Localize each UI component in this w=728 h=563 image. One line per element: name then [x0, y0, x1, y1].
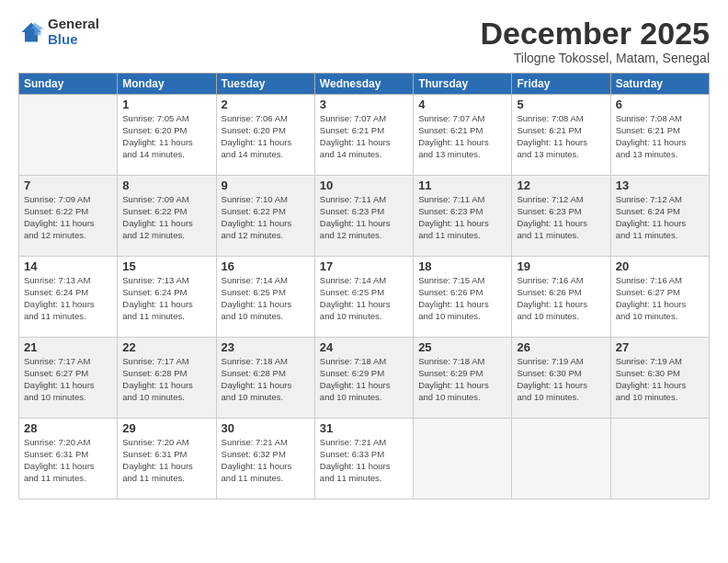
day-number: 29	[122, 421, 210, 435]
day-number: 20	[616, 259, 704, 273]
day-number: 1	[122, 98, 210, 111]
table-row: 15Sunrise: 7:13 AMSunset: 6:24 PMDayligh…	[118, 257, 216, 338]
table-row: 21Sunrise: 7:17 AMSunset: 6:27 PMDayligh…	[19, 338, 118, 419]
day-number: 5	[517, 98, 605, 111]
table-row: 3Sunrise: 7:07 AMSunset: 6:21 PMDaylight…	[314, 95, 413, 176]
table-row: 26Sunrise: 7:19 AMSunset: 6:30 PMDayligh…	[512, 338, 610, 419]
header-sunday: Sunday	[19, 74, 118, 95]
logo: General Blue	[18, 17, 99, 47]
table-row: 5Sunrise: 7:08 AMSunset: 6:21 PMDaylight…	[512, 95, 610, 176]
cell-info: Sunrise: 7:21 AMSunset: 6:32 PMDaylight:…	[222, 437, 310, 484]
table-row: 18Sunrise: 7:15 AMSunset: 6:26 PMDayligh…	[414, 257, 512, 338]
logo-icon	[18, 19, 44, 45]
cell-info: Sunrise: 7:09 AMSunset: 6:22 PMDaylight:…	[24, 194, 112, 241]
month-title: December 2025	[480, 17, 710, 51]
day-number: 22	[122, 340, 210, 354]
day-number: 27	[616, 340, 704, 354]
day-number: 16	[222, 259, 310, 273]
cell-info: Sunrise: 7:06 AMSunset: 6:20 PMDaylight:…	[222, 113, 310, 160]
day-number: 13	[616, 178, 704, 192]
table-row: 29Sunrise: 7:20 AMSunset: 6:31 PMDayligh…	[118, 419, 216, 500]
table-row: 4Sunrise: 7:07 AMSunset: 6:21 PMDaylight…	[414, 95, 512, 176]
cell-info: Sunrise: 7:19 AMSunset: 6:30 PMDaylight:…	[616, 356, 704, 403]
day-number: 4	[418, 98, 506, 111]
page: General Blue December 2025 Tilogne Tokos…	[0, 0, 728, 563]
cell-info: Sunrise: 7:08 AMSunset: 6:21 PMDaylight:…	[616, 113, 704, 160]
day-number: 3	[320, 98, 408, 111]
cell-info: Sunrise: 7:14 AMSunset: 6:25 PMDaylight:…	[320, 275, 408, 322]
cell-info: Sunrise: 7:17 AMSunset: 6:27 PMDaylight:…	[24, 356, 112, 403]
day-number: 26	[517, 340, 605, 354]
cell-info: Sunrise: 7:18 AMSunset: 6:29 PMDaylight:…	[418, 356, 506, 403]
calendar-week-row: 1Sunrise: 7:05 AMSunset: 6:20 PMDaylight…	[19, 95, 710, 176]
table-row	[610, 419, 709, 500]
cell-info: Sunrise: 7:17 AMSunset: 6:28 PMDaylight:…	[122, 356, 210, 403]
table-row: 22Sunrise: 7:17 AMSunset: 6:28 PMDayligh…	[118, 338, 216, 419]
logo-text: General Blue	[48, 17, 99, 47]
table-row: 13Sunrise: 7:12 AMSunset: 6:24 PMDayligh…	[610, 176, 709, 257]
table-row: 9Sunrise: 7:10 AMSunset: 6:22 PMDaylight…	[216, 176, 314, 257]
table-row: 23Sunrise: 7:18 AMSunset: 6:28 PMDayligh…	[216, 338, 314, 419]
table-row: 16Sunrise: 7:14 AMSunset: 6:25 PMDayligh…	[216, 257, 314, 338]
table-row: 12Sunrise: 7:12 AMSunset: 6:23 PMDayligh…	[512, 176, 610, 257]
table-row: 11Sunrise: 7:11 AMSunset: 6:23 PMDayligh…	[414, 176, 512, 257]
header-tuesday: Tuesday	[216, 74, 314, 95]
cell-info: Sunrise: 7:11 AMSunset: 6:23 PMDaylight:…	[418, 194, 506, 241]
day-number: 7	[24, 178, 112, 192]
cell-info: Sunrise: 7:08 AMSunset: 6:21 PMDaylight:…	[517, 113, 605, 160]
day-number: 30	[222, 421, 310, 435]
table-row: 30Sunrise: 7:21 AMSunset: 6:32 PMDayligh…	[216, 419, 314, 500]
table-row	[19, 95, 118, 176]
day-number: 6	[616, 98, 704, 111]
table-row: 8Sunrise: 7:09 AMSunset: 6:22 PMDaylight…	[118, 176, 216, 257]
header-thursday: Thursday	[414, 74, 512, 95]
cell-info: Sunrise: 7:16 AMSunset: 6:27 PMDaylight:…	[616, 275, 704, 322]
calendar-table: Sunday Monday Tuesday Wednesday Thursday…	[18, 73, 710, 500]
title-block: December 2025 Tilogne Tokossel, Matam, S…	[480, 17, 710, 65]
header-monday: Monday	[118, 74, 216, 95]
table-row: 25Sunrise: 7:18 AMSunset: 6:29 PMDayligh…	[414, 338, 512, 419]
cell-info: Sunrise: 7:12 AMSunset: 6:24 PMDaylight:…	[616, 194, 704, 241]
cell-info: Sunrise: 7:10 AMSunset: 6:22 PMDaylight:…	[222, 194, 310, 241]
table-row: 31Sunrise: 7:21 AMSunset: 6:33 PMDayligh…	[314, 419, 413, 500]
cell-info: Sunrise: 7:19 AMSunset: 6:30 PMDaylight:…	[517, 356, 605, 403]
table-row: 2Sunrise: 7:06 AMSunset: 6:20 PMDaylight…	[216, 95, 314, 176]
table-row	[512, 419, 610, 500]
table-row: 6Sunrise: 7:08 AMSunset: 6:21 PMDaylight…	[610, 95, 709, 176]
day-number: 17	[320, 259, 408, 273]
table-row: 27Sunrise: 7:19 AMSunset: 6:30 PMDayligh…	[610, 338, 709, 419]
day-number: 10	[320, 178, 408, 192]
calendar-week-row: 28Sunrise: 7:20 AMSunset: 6:31 PMDayligh…	[19, 419, 710, 500]
day-number: 28	[24, 421, 112, 435]
table-row	[414, 419, 512, 500]
cell-info: Sunrise: 7:07 AMSunset: 6:21 PMDaylight:…	[418, 113, 506, 160]
day-number: 14	[24, 259, 112, 273]
cell-info: Sunrise: 7:14 AMSunset: 6:25 PMDaylight:…	[222, 275, 310, 322]
cell-info: Sunrise: 7:21 AMSunset: 6:33 PMDaylight:…	[320, 437, 408, 484]
table-row: 19Sunrise: 7:16 AMSunset: 6:26 PMDayligh…	[512, 257, 610, 338]
header-saturday: Saturday	[610, 74, 709, 95]
day-number: 9	[222, 178, 310, 192]
table-row: 28Sunrise: 7:20 AMSunset: 6:31 PMDayligh…	[19, 419, 118, 500]
logo-blue: Blue	[48, 32, 99, 48]
cell-info: Sunrise: 7:11 AMSunset: 6:23 PMDaylight:…	[320, 194, 408, 241]
calendar-week-row: 7Sunrise: 7:09 AMSunset: 6:22 PMDaylight…	[19, 176, 710, 257]
day-number: 12	[517, 178, 605, 192]
cell-info: Sunrise: 7:12 AMSunset: 6:23 PMDaylight:…	[517, 194, 605, 241]
header: General Blue December 2025 Tilogne Tokos…	[18, 17, 710, 65]
table-row: 14Sunrise: 7:13 AMSunset: 6:24 PMDayligh…	[19, 257, 118, 338]
day-number: 8	[122, 178, 210, 192]
table-row: 17Sunrise: 7:14 AMSunset: 6:25 PMDayligh…	[314, 257, 413, 338]
table-row: 24Sunrise: 7:18 AMSunset: 6:29 PMDayligh…	[314, 338, 413, 419]
day-number: 23	[222, 340, 310, 354]
table-row: 1Sunrise: 7:05 AMSunset: 6:20 PMDaylight…	[118, 95, 216, 176]
day-number: 25	[418, 340, 506, 354]
calendar-week-row: 21Sunrise: 7:17 AMSunset: 6:27 PMDayligh…	[19, 338, 710, 419]
location-subtitle: Tilogne Tokossel, Matam, Senegal	[480, 51, 710, 65]
cell-info: Sunrise: 7:05 AMSunset: 6:20 PMDaylight:…	[122, 113, 210, 160]
calendar-week-row: 14Sunrise: 7:13 AMSunset: 6:24 PMDayligh…	[19, 257, 710, 338]
calendar-header-row: Sunday Monday Tuesday Wednesday Thursday…	[19, 74, 710, 95]
day-number: 11	[418, 178, 506, 192]
cell-info: Sunrise: 7:07 AMSunset: 6:21 PMDaylight:…	[320, 113, 408, 160]
cell-info: Sunrise: 7:20 AMSunset: 6:31 PMDaylight:…	[122, 437, 210, 484]
